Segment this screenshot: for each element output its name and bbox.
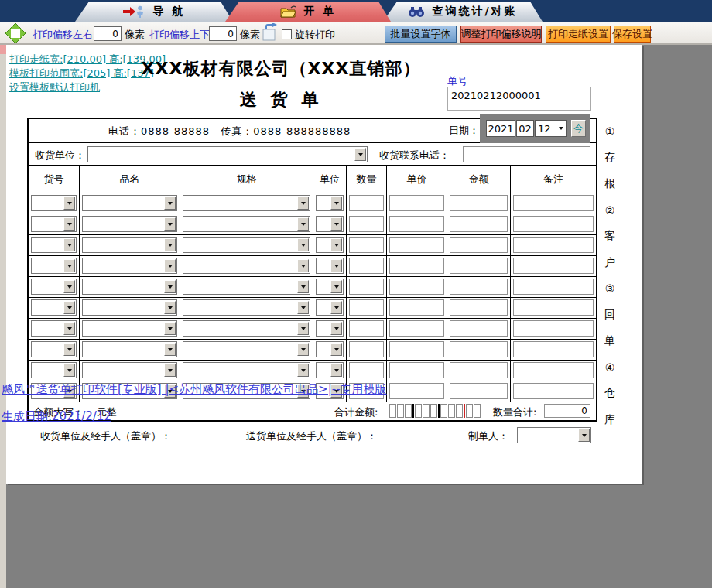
unit-select[interactable] xyxy=(316,279,344,295)
chevron-down-icon[interactable] xyxy=(297,322,309,335)
unit-select[interactable] xyxy=(316,258,344,274)
unit-price-input[interactable] xyxy=(389,258,444,274)
product-name-select[interactable] xyxy=(82,362,177,378)
unit-select[interactable] xyxy=(316,341,344,357)
product-name-select[interactable] xyxy=(82,320,177,337)
amount-input[interactable] xyxy=(450,383,508,399)
date-year-input[interactable]: 2021 xyxy=(486,120,515,137)
chevron-down-icon[interactable] xyxy=(164,197,176,210)
chevron-down-icon[interactable] xyxy=(297,280,309,293)
spec-select[interactable] xyxy=(183,279,310,295)
order-no-input[interactable]: 20210212000001 xyxy=(447,87,591,111)
chevron-down-icon[interactable] xyxy=(63,217,75,231)
chevron-down-icon[interactable] xyxy=(63,322,75,335)
unit-price-input[interactable] xyxy=(389,383,444,399)
amount-input[interactable] xyxy=(450,341,508,357)
quantity-input[interactable] xyxy=(349,362,384,378)
chevron-down-icon[interactable] xyxy=(330,259,342,272)
chevron-down-icon[interactable] xyxy=(297,364,309,377)
receiver-phone-input[interactable] xyxy=(463,146,590,162)
quantity-input[interactable] xyxy=(349,299,384,316)
offset-ud-input[interactable] xyxy=(209,26,237,41)
chevron-down-icon[interactable] xyxy=(164,364,176,377)
chevron-down-icon[interactable] xyxy=(164,259,176,272)
chevron-down-icon[interactable] xyxy=(330,322,342,335)
product-name-select[interactable] xyxy=(82,299,177,316)
chevron-down-icon[interactable] xyxy=(63,197,75,210)
quantity-input[interactable] xyxy=(349,195,384,211)
remark-input[interactable] xyxy=(513,216,594,232)
chevron-down-icon[interactable] xyxy=(164,343,176,356)
unit-price-input[interactable] xyxy=(389,237,444,253)
save-settings-button[interactable]: 保存设置 xyxy=(614,26,651,43)
today-button[interactable]: 今 xyxy=(571,120,586,137)
batch-font-button[interactable]: 批量设置字体 xyxy=(385,26,457,43)
chevron-down-icon[interactable] xyxy=(164,217,176,231)
amount-input[interactable] xyxy=(450,320,508,337)
chevron-down-icon[interactable] xyxy=(63,364,75,377)
amount-input[interactable] xyxy=(450,362,508,378)
product-name-select[interactable] xyxy=(82,341,177,357)
amount-input[interactable] xyxy=(450,237,508,253)
chevron-down-icon[interactable] xyxy=(164,301,176,314)
quantity-input[interactable] xyxy=(349,216,384,232)
chevron-down-icon[interactable] xyxy=(297,238,309,251)
amount-input[interactable] xyxy=(450,299,508,316)
item-no-select[interactable] xyxy=(31,299,77,316)
item-no-select[interactable] xyxy=(31,195,77,211)
quantity-input[interactable] xyxy=(349,237,384,253)
spec-select[interactable] xyxy=(183,341,310,357)
remark-input[interactable] xyxy=(513,362,594,378)
chevron-down-icon[interactable] xyxy=(63,238,75,251)
amount-input[interactable] xyxy=(450,195,508,211)
tab-navigation[interactable]: 导 航 xyxy=(75,2,233,22)
generated-date-link[interactable]: 生成日期:2021/2/12 xyxy=(2,409,111,424)
item-no-select[interactable] xyxy=(31,362,77,378)
item-no-select[interactable] xyxy=(31,258,77,274)
default-printer-link[interactable]: 设置模板默认打印机 xyxy=(9,80,100,94)
remark-input[interactable] xyxy=(513,299,594,316)
tab-create-order[interactable]: 开 单 xyxy=(225,2,391,22)
chevron-down-icon[interactable] xyxy=(330,197,342,210)
amount-input[interactable] xyxy=(450,216,508,232)
chevron-down-icon[interactable] xyxy=(330,364,342,377)
unit-select[interactable] xyxy=(316,216,344,232)
remark-input[interactable] xyxy=(513,279,594,295)
quantity-input[interactable] xyxy=(349,279,384,295)
unit-price-input[interactable] xyxy=(389,362,444,378)
chevron-down-icon[interactable] xyxy=(297,259,309,272)
remark-input[interactable] xyxy=(513,258,594,274)
date-day-select[interactable]: 12 xyxy=(535,120,567,137)
adjust-offset-help-button[interactable]: 调整打印偏移说明 xyxy=(460,26,542,43)
spec-select[interactable] xyxy=(183,258,310,274)
item-no-select[interactable] xyxy=(31,279,77,295)
unit-select[interactable] xyxy=(316,362,344,378)
chevron-down-icon[interactable] xyxy=(330,280,342,293)
quantity-input[interactable] xyxy=(349,341,384,357)
date-month-input[interactable]: 02 xyxy=(516,120,534,137)
item-no-select[interactable] xyxy=(31,320,77,337)
unit-price-input[interactable] xyxy=(389,216,444,232)
spec-select[interactable] xyxy=(183,299,310,316)
item-no-select[interactable] xyxy=(31,237,77,253)
unit-price-input[interactable] xyxy=(389,299,444,316)
chevron-down-icon[interactable] xyxy=(297,197,309,210)
chevron-down-icon[interactable] xyxy=(164,322,176,335)
remark-input[interactable] xyxy=(513,383,594,399)
spec-select[interactable] xyxy=(183,320,310,337)
paper-feed-settings-button[interactable]: 打印走纸设置 xyxy=(546,26,611,43)
chevron-down-icon[interactable] xyxy=(63,259,75,272)
unit-price-input[interactable] xyxy=(389,195,444,211)
product-name-select[interactable] xyxy=(82,195,177,211)
remark-input[interactable] xyxy=(513,195,594,211)
chevron-down-icon[interactable] xyxy=(297,217,309,231)
chevron-down-icon[interactable] xyxy=(297,343,309,356)
unit-select[interactable] xyxy=(316,195,344,211)
maker-select[interactable] xyxy=(517,427,591,443)
unit-select[interactable] xyxy=(316,237,344,253)
chevron-down-icon[interactable] xyxy=(330,343,342,356)
chevron-down-icon[interactable] xyxy=(354,148,366,161)
rotate-print-checkbox[interactable] xyxy=(282,29,292,39)
chevron-down-icon[interactable] xyxy=(63,343,75,356)
chevron-down-icon[interactable] xyxy=(297,301,309,314)
